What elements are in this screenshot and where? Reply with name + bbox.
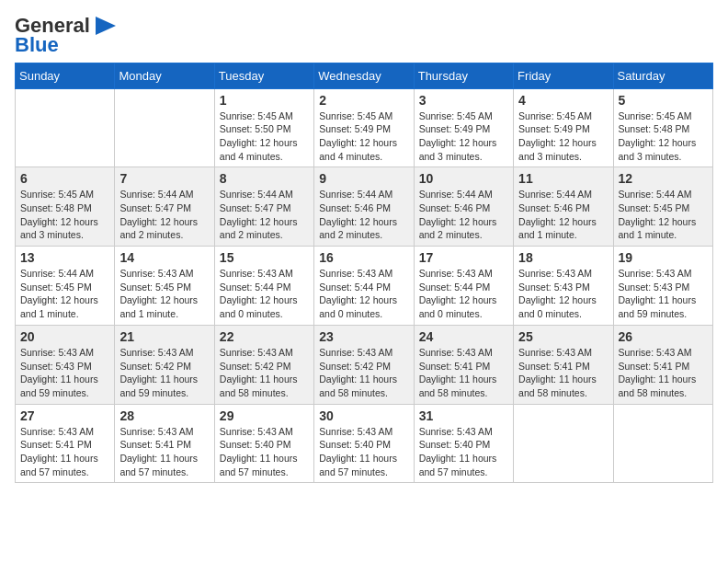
- day-number: 3: [419, 93, 508, 108]
- calendar-header: SundayMondayTuesdayWednesdayThursdayFrid…: [16, 63, 713, 88]
- col-header-sunday: Sunday: [16, 63, 115, 88]
- calendar-cell: [613, 404, 712, 483]
- col-header-friday: Friday: [514, 63, 613, 88]
- day-info: Sunrise: 5:43 AM Sunset: 5:40 PM Dayligh…: [220, 425, 309, 479]
- day-number: 26: [619, 329, 708, 344]
- day-number: 16: [319, 250, 408, 265]
- calendar-cell: 9Sunrise: 5:44 AM Sunset: 5:46 PM Daylig…: [314, 167, 414, 247]
- day-info: Sunrise: 5:45 AM Sunset: 5:49 PM Dayligh…: [419, 109, 508, 164]
- day-info: Sunrise: 5:45 AM Sunset: 5:49 PM Dayligh…: [518, 109, 608, 164]
- calendar-week-2: 6Sunrise: 5:45 AM Sunset: 5:48 PM Daylig…: [16, 167, 713, 247]
- day-number: 10: [419, 171, 508, 186]
- col-header-monday: Monday: [115, 63, 214, 88]
- col-header-wednesday: Wednesday: [314, 63, 414, 88]
- calendar-week-3: 13Sunrise: 5:44 AM Sunset: 5:45 PM Dayli…: [16, 247, 713, 326]
- day-info: Sunrise: 5:43 AM Sunset: 5:41 PM Dayligh…: [619, 346, 708, 400]
- day-number: 11: [518, 171, 608, 186]
- day-number: 23: [319, 329, 408, 344]
- calendar-cell: 8Sunrise: 5:44 AM Sunset: 5:47 PM Daylig…: [214, 167, 313, 247]
- day-info: Sunrise: 5:44 AM Sunset: 5:45 PM Dayligh…: [20, 267, 109, 321]
- day-number: 6: [20, 171, 109, 186]
- day-number: 2: [319, 93, 408, 108]
- calendar-cell: 4Sunrise: 5:45 AM Sunset: 5:49 PM Daylig…: [514, 88, 613, 167]
- day-number: 29: [220, 408, 309, 423]
- calendar-cell: 31Sunrise: 5:43 AM Sunset: 5:40 PM Dayli…: [414, 404, 513, 483]
- calendar-cell: 28Sunrise: 5:43 AM Sunset: 5:41 PM Dayli…: [115, 404, 214, 483]
- calendar-cell: 13Sunrise: 5:44 AM Sunset: 5:45 PM Dayli…: [16, 247, 115, 326]
- day-info: Sunrise: 5:45 AM Sunset: 5:49 PM Dayligh…: [319, 109, 408, 164]
- day-number: 1: [220, 93, 309, 108]
- calendar-cell: 14Sunrise: 5:43 AM Sunset: 5:45 PM Dayli…: [115, 247, 214, 326]
- day-number: 24: [419, 329, 508, 344]
- calendar-week-1: 1Sunrise: 5:45 AM Sunset: 5:50 PM Daylig…: [16, 88, 713, 167]
- day-info: Sunrise: 5:43 AM Sunset: 5:44 PM Dayligh…: [319, 267, 408, 321]
- calendar-cell: 26Sunrise: 5:43 AM Sunset: 5:41 PM Dayli…: [613, 325, 712, 404]
- calendar-cell: 29Sunrise: 5:43 AM Sunset: 5:40 PM Dayli…: [214, 404, 313, 483]
- day-info: Sunrise: 5:43 AM Sunset: 5:45 PM Dayligh…: [119, 267, 209, 321]
- day-number: 4: [518, 93, 608, 108]
- calendar-cell: [514, 404, 613, 483]
- day-number: 30: [319, 408, 408, 423]
- day-number: 25: [518, 329, 608, 344]
- day-info: Sunrise: 5:43 AM Sunset: 5:41 PM Dayligh…: [20, 425, 109, 479]
- calendar-cell: 22Sunrise: 5:43 AM Sunset: 5:42 PM Dayli…: [214, 325, 313, 404]
- day-info: Sunrise: 5:44 AM Sunset: 5:47 PM Dayligh…: [119, 188, 209, 242]
- day-number: 5: [619, 93, 708, 108]
- day-info: Sunrise: 5:44 AM Sunset: 5:47 PM Dayligh…: [220, 188, 309, 242]
- col-header-thursday: Thursday: [414, 63, 513, 88]
- calendar-cell: 5Sunrise: 5:45 AM Sunset: 5:48 PM Daylig…: [613, 88, 712, 167]
- day-info: Sunrise: 5:43 AM Sunset: 5:41 PM Dayligh…: [119, 425, 209, 479]
- calendar-cell: 24Sunrise: 5:43 AM Sunset: 5:41 PM Dayli…: [414, 325, 513, 404]
- calendar-cell: [115, 88, 214, 167]
- page-header: General Blue: [15, 15, 713, 53]
- day-number: 18: [518, 250, 608, 265]
- logo-blue-text: Blue: [15, 37, 59, 53]
- calendar-cell: 2Sunrise: 5:45 AM Sunset: 5:49 PM Daylig…: [314, 88, 414, 167]
- day-info: Sunrise: 5:44 AM Sunset: 5:45 PM Dayligh…: [619, 188, 708, 242]
- day-info: Sunrise: 5:43 AM Sunset: 5:41 PM Dayligh…: [419, 346, 508, 400]
- day-info: Sunrise: 5:43 AM Sunset: 5:44 PM Dayligh…: [419, 267, 508, 321]
- day-number: 21: [119, 329, 209, 344]
- col-header-saturday: Saturday: [613, 63, 712, 88]
- calendar-week-5: 27Sunrise: 5:43 AM Sunset: 5:41 PM Dayli…: [16, 404, 713, 483]
- calendar-cell: 23Sunrise: 5:43 AM Sunset: 5:42 PM Dayli…: [314, 325, 414, 404]
- day-info: Sunrise: 5:43 AM Sunset: 5:44 PM Dayligh…: [220, 267, 309, 321]
- calendar-cell: 25Sunrise: 5:43 AM Sunset: 5:41 PM Dayli…: [514, 325, 613, 404]
- calendar-cell: 3Sunrise: 5:45 AM Sunset: 5:49 PM Daylig…: [414, 88, 513, 167]
- day-info: Sunrise: 5:43 AM Sunset: 5:42 PM Dayligh…: [119, 346, 209, 400]
- col-header-tuesday: Tuesday: [214, 63, 313, 88]
- day-number: 31: [419, 408, 508, 423]
- day-number: 17: [419, 250, 508, 265]
- day-number: 19: [619, 250, 708, 265]
- calendar-cell: 17Sunrise: 5:43 AM Sunset: 5:44 PM Dayli…: [414, 247, 513, 326]
- day-info: Sunrise: 5:43 AM Sunset: 5:42 PM Dayligh…: [319, 346, 408, 400]
- logo-flag-icon: [92, 15, 119, 37]
- day-number: 20: [20, 329, 109, 344]
- day-info: Sunrise: 5:43 AM Sunset: 5:40 PM Dayligh…: [319, 425, 408, 479]
- day-info: Sunrise: 5:43 AM Sunset: 5:43 PM Dayligh…: [20, 346, 109, 400]
- calendar-cell: 27Sunrise: 5:43 AM Sunset: 5:41 PM Dayli…: [16, 404, 115, 483]
- day-info: Sunrise: 5:44 AM Sunset: 5:46 PM Dayligh…: [419, 188, 508, 242]
- calendar-cell: 6Sunrise: 5:45 AM Sunset: 5:48 PM Daylig…: [16, 167, 115, 247]
- day-number: 15: [220, 250, 309, 265]
- calendar-cell: 18Sunrise: 5:43 AM Sunset: 5:43 PM Dayli…: [514, 247, 613, 326]
- calendar-cell: 15Sunrise: 5:43 AM Sunset: 5:44 PM Dayli…: [214, 247, 313, 326]
- day-number: 7: [119, 171, 209, 186]
- day-info: Sunrise: 5:43 AM Sunset: 5:42 PM Dayligh…: [220, 346, 309, 400]
- calendar-cell: 20Sunrise: 5:43 AM Sunset: 5:43 PM Dayli…: [16, 325, 115, 404]
- day-info: Sunrise: 5:45 AM Sunset: 5:50 PM Dayligh…: [220, 109, 309, 164]
- calendar-cell: 21Sunrise: 5:43 AM Sunset: 5:42 PM Dayli…: [115, 325, 214, 404]
- day-number: 9: [319, 171, 408, 186]
- calendar-cell: 12Sunrise: 5:44 AM Sunset: 5:45 PM Dayli…: [613, 167, 712, 247]
- calendar-cell: [16, 88, 115, 167]
- day-number: 8: [220, 171, 309, 186]
- day-info: Sunrise: 5:45 AM Sunset: 5:48 PM Dayligh…: [619, 109, 708, 164]
- day-info: Sunrise: 5:43 AM Sunset: 5:43 PM Dayligh…: [518, 267, 608, 321]
- day-number: 22: [220, 329, 309, 344]
- day-number: 27: [20, 408, 109, 423]
- calendar-cell: 1Sunrise: 5:45 AM Sunset: 5:50 PM Daylig…: [214, 88, 313, 167]
- day-info: Sunrise: 5:45 AM Sunset: 5:48 PM Dayligh…: [20, 188, 109, 242]
- calendar-cell: 30Sunrise: 5:43 AM Sunset: 5:40 PM Dayli…: [314, 404, 414, 483]
- day-info: Sunrise: 5:43 AM Sunset: 5:41 PM Dayligh…: [518, 346, 608, 400]
- logo: General Blue: [15, 15, 119, 53]
